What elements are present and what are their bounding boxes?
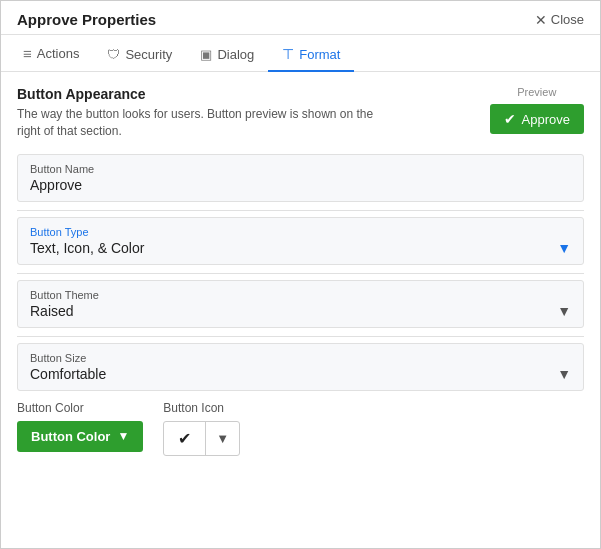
button-size-field[interactable]: Button Size Comfortable ▼: [17, 343, 584, 391]
appearance-description: Button Appearance The way the button loo…: [17, 86, 397, 140]
appearance-body: The way the button looks for users. Butt…: [17, 106, 397, 140]
button-icon-label: Button Icon: [163, 401, 240, 415]
tab-dialog[interactable]: Dialog: [186, 37, 268, 72]
tab-security[interactable]: Security: [93, 37, 186, 72]
title-bar: Approve Properties ✕ Close: [1, 1, 600, 35]
tab-content: Button Appearance The way the button loo…: [1, 72, 600, 548]
dialog-title: Approve Properties: [17, 11, 156, 28]
close-label: Close: [551, 12, 584, 27]
button-size-value: Comfortable: [30, 366, 106, 382]
button-size-select[interactable]: Comfortable ▼: [30, 366, 571, 382]
button-color-label: Button Color: [17, 401, 143, 415]
button-type-field[interactable]: Button Type Text, Icon, & Color ▼: [17, 217, 584, 265]
button-icon-check: ✔: [164, 422, 206, 455]
preview-button[interactable]: ✔ Approve: [490, 104, 584, 134]
button-theme-label: Button Theme: [30, 289, 571, 301]
button-type-select[interactable]: Text, Icon, & Color ▼: [30, 240, 571, 256]
button-size-label: Button Size: [30, 352, 571, 364]
close-icon: ✕: [535, 12, 547, 28]
button-name-value: Approve: [30, 177, 571, 193]
divider-3: [17, 336, 584, 337]
format-icon: [282, 46, 294, 62]
button-icon-selector[interactable]: ✔ ▼: [163, 421, 240, 456]
preview-button-label: Approve: [522, 112, 570, 127]
button-icon-dropdown-button[interactable]: ▼: [206, 424, 239, 453]
preview-area: Preview ✔ Approve: [490, 86, 584, 134]
button-size-dropdown-icon: ▼: [557, 366, 571, 382]
tab-format-label: Format: [299, 47, 340, 62]
button-color-dropdown-icon: ▼: [117, 429, 129, 443]
tab-format[interactable]: Format: [268, 36, 354, 72]
button-name-field: Button Name Approve: [17, 154, 584, 202]
button-color-btn-label: Button Color: [31, 429, 110, 444]
button-theme-select[interactable]: Raised ▼: [30, 303, 571, 319]
button-theme-field[interactable]: Button Theme Raised ▼: [17, 280, 584, 328]
dialog-icon: [200, 47, 212, 62]
button-color-col: Button Color Button Color ▼: [17, 401, 143, 452]
button-name-label: Button Name: [30, 163, 571, 175]
appearance-title: Button Appearance: [17, 86, 397, 102]
tab-actions[interactable]: Actions: [9, 35, 93, 72]
preview-check-icon: ✔: [504, 111, 516, 127]
bottom-row: Button Color Button Color ▼ Button Icon …: [17, 401, 584, 456]
button-theme-dropdown-icon: ▼: [557, 303, 571, 319]
close-button[interactable]: ✕ Close: [535, 12, 584, 28]
tab-dialog-label: Dialog: [217, 47, 254, 62]
appearance-header: Button Appearance The way the button loo…: [17, 86, 584, 140]
button-color-button[interactable]: Button Color ▼: [17, 421, 143, 452]
actions-icon: [23, 45, 32, 62]
tab-actions-label: Actions: [37, 46, 80, 61]
button-type-dropdown-icon: ▼: [557, 240, 571, 256]
button-theme-value: Raised: [30, 303, 74, 319]
tab-security-label: Security: [125, 47, 172, 62]
security-icon: [107, 47, 120, 62]
tab-bar: Actions Security Dialog Format: [1, 35, 600, 72]
button-type-value: Text, Icon, & Color: [30, 240, 144, 256]
preview-label: Preview: [517, 86, 556, 98]
approve-properties-dialog: Approve Properties ✕ Close Actions Secur…: [0, 0, 601, 549]
button-icon-col: Button Icon ✔ ▼: [163, 401, 240, 456]
button-type-label: Button Type: [30, 226, 571, 238]
divider-1: [17, 210, 584, 211]
divider-2: [17, 273, 584, 274]
